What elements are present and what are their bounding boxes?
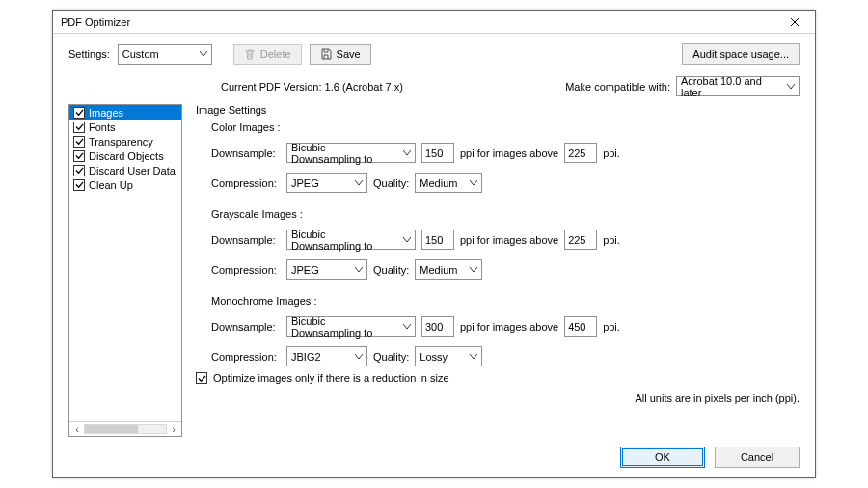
sidebar-item-label: Fonts [89,122,116,133]
units-footnote: All units are in pixels per inch (ppi). [635,393,800,404]
scroll-right-icon: › [168,423,179,435]
ppi-between-label: ppi for images above [460,321,558,333]
chevron-down-icon [355,180,363,186]
sidebar-item-discard-objects[interactable]: Discard Objects [69,149,181,163]
grayscale-images-group: Grayscale Images : Downsample: Bicubic D… [196,208,800,280]
optimize-only-row: Optimize images only if there is a reduc… [196,372,800,384]
chevron-down-icon [470,354,477,360]
scrollbar-thumb[interactable] [85,425,138,433]
downsample-label: Downsample: [211,148,281,159]
delete-label: Delete [260,48,291,60]
sidebar-item-discard-user-data[interactable]: Discard User Data [69,163,181,177]
panel-title: Image Settings [196,104,800,116]
sidebar-item-label: Discard User Data [89,165,176,176]
ppi-suffix-label: ppi. [603,234,620,246]
mono-compression-select[interactable]: JBIG2 [286,346,367,366]
color-ppi-above-input[interactable]: 225 [564,143,597,163]
audit-label: Audit space usage... [692,48,789,60]
sidebar-item-images[interactable]: Images [69,105,181,120]
chevron-down-icon [403,150,411,156]
chevron-down-icon [470,267,477,273]
version-row: Current PDF Version: 1.6 (Acrobat 7.x) M… [68,76,800,96]
optimize-only-checkbox[interactable] [196,372,207,384]
save-button[interactable]: Save [310,44,371,65]
chevron-down-icon [403,324,411,330]
cancel-button[interactable]: Cancel [715,447,800,468]
checkbox-icon[interactable] [73,165,85,176]
color-downsample-select[interactable]: Bicubic Downsampling to [286,143,416,163]
delete-button[interactable]: Delete [233,44,302,65]
ppi-suffix-label: ppi. [603,321,620,333]
ppi-suffix-label: ppi. [603,148,620,159]
save-icon [320,48,332,60]
gray-ppi-input[interactable]: 150 [421,230,454,250]
chevron-down-icon [200,51,207,57]
gray-ppi-above-input[interactable]: 225 [564,230,597,250]
main-area: Images Fonts Transparency Discard Object… [68,104,800,437]
sidebar-item-label: Discard Objects [89,150,164,162]
dialog-buttons-row: OK Cancel [68,447,800,468]
grayscale-images-title: Grayscale Images : [211,208,800,220]
sidebar-item-label: Clean Up [89,179,133,191]
mono-quality-select[interactable]: Lossy [415,346,482,366]
sidebar-item-transparency[interactable]: Transparency [69,134,181,149]
downsample-label: Downsample: [211,321,281,333]
make-compatible-value: Acrobat 10.0 and later [681,75,781,98]
sidebar-item-fonts[interactable]: Fonts [69,120,181,134]
trash-icon [244,48,256,60]
mono-ppi-input[interactable]: 300 [421,316,454,337]
chevron-down-icon [470,180,477,186]
gray-compression-select[interactable]: JPEG [286,259,367,280]
pdf-optimizer-dialog: PDF Optimizer Settings: Custom Delete Sa… [52,10,816,478]
window-title: PDF Optimizer [61,16,780,28]
color-ppi-input[interactable]: 150 [421,143,454,163]
color-quality-select[interactable]: Medium [415,173,482,193]
sidebar-item-label: Transparency [89,136,153,148]
downsample-label: Downsample: [211,234,281,246]
ppi-between-label: ppi for images above [460,234,558,246]
ok-button[interactable]: OK [620,447,705,468]
settings-select[interactable]: Custom [118,44,212,65]
checkbox-icon[interactable] [73,150,85,162]
compression-label: Compression: [211,177,281,189]
checkbox-icon[interactable] [73,122,85,133]
make-compatible-label: Make compatible with: [565,81,670,93]
scroll-left-icon: ‹ [71,423,83,435]
sidebar-item-label: Images [89,107,123,119]
category-list: Images Fonts Transparency Discard Object… [68,104,182,437]
titlebar: PDF Optimizer [53,11,815,34]
compression-label: Compression: [211,351,281,363]
horizontal-scrollbar[interactable]: ‹ › [69,421,181,436]
mono-downsample-select[interactable]: Bicubic Downsampling to [286,316,416,337]
checkbox-icon[interactable] [73,136,85,148]
chevron-down-icon [787,84,795,90]
quality-label: Quality: [373,264,409,276]
scrollbar-track [84,424,167,434]
compression-label: Compression: [211,264,281,276]
settings-label: Settings: [68,48,110,60]
checkbox-icon[interactable] [73,107,85,119]
color-images-group: Color Images : Downsample: Bicubic Downs… [196,122,800,193]
audit-space-usage-button[interactable]: Audit space usage... [682,43,800,65]
close-icon [790,17,800,27]
mono-ppi-above-input[interactable]: 450 [564,316,597,337]
quality-label: Quality: [373,351,409,363]
close-button[interactable] [780,13,809,32]
checkbox-icon[interactable] [73,179,85,191]
sidebar-item-clean-up[interactable]: Clean Up [69,177,181,192]
monochrome-images-group: Monochrome Images : Downsample: Bicubic … [196,295,800,366]
chevron-down-icon [355,354,363,360]
settings-value: Custom [122,48,159,60]
color-images-title: Color Images : [211,122,800,133]
gray-quality-select[interactable]: Medium [415,259,482,280]
ppi-between-label: ppi for images above [460,148,558,159]
monochrome-images-title: Monochrome Images : [211,295,800,307]
image-settings-panel: Image Settings Color Images : Downsample… [196,104,800,437]
save-label: Save [337,48,361,60]
optimize-only-label: Optimize images only if there is a reduc… [213,372,449,384]
chevron-down-icon [355,267,363,273]
quality-label: Quality: [373,177,409,189]
gray-downsample-select[interactable]: Bicubic Downsampling to [286,230,416,250]
make-compatible-select[interactable]: Acrobat 10.0 and later [676,76,800,96]
color-compression-select[interactable]: JPEG [286,173,367,193]
